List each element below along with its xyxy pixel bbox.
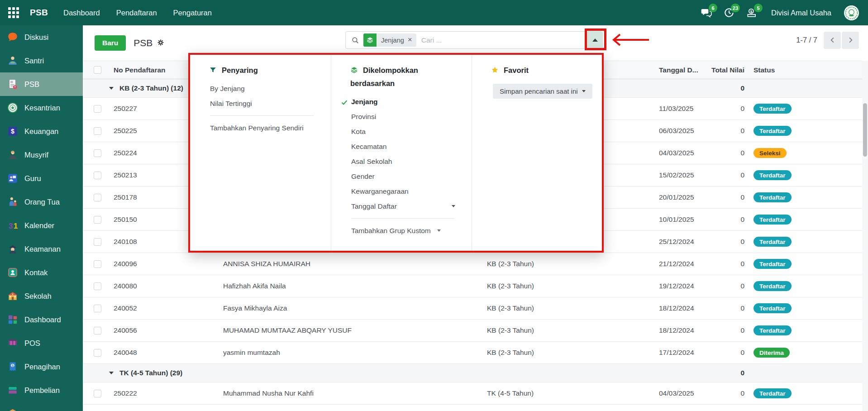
sidebar-item[interactable]: Stok Persediaan xyxy=(0,402,83,411)
select-all-checkbox[interactable] xyxy=(94,66,101,74)
filter-option[interactable]: Nilai Tertinggi xyxy=(210,96,323,111)
add-custom-group[interactable]: Tambahkan Grup Kustom xyxy=(351,223,463,238)
avatar[interactable] xyxy=(844,5,859,20)
scrollbar[interactable] xyxy=(862,61,868,411)
payments-icon[interactable]: $ 5 xyxy=(746,7,758,19)
sidebar-item[interactable]: Orang Tua xyxy=(0,190,83,214)
groupby-option[interactable]: Provinsi xyxy=(351,109,463,124)
nav-menu-item[interactable]: Pengaturan xyxy=(173,9,212,17)
cell-no-pendaftaran: 240052 xyxy=(108,304,217,312)
row-checkbox[interactable] xyxy=(94,216,101,224)
pos-icon xyxy=(7,337,19,349)
settings-gear-icon[interactable] xyxy=(157,38,166,48)
table-row[interactable]: 240048 yasmin mumtazah KB (2-3 Tahun) 17… xyxy=(83,342,868,364)
sidebar-item[interactable]: Guru xyxy=(0,167,83,190)
sidebar-item[interactable]: Musyrif xyxy=(0,143,83,167)
sidebar-item[interactable]: Sekolah xyxy=(0,284,83,308)
sidebar-item-label: Pembelian xyxy=(24,386,60,395)
filter-option[interactable]: By Jenjang xyxy=(210,81,323,96)
app-title[interactable]: PSB xyxy=(30,8,48,18)
apps-grid-icon[interactable] xyxy=(8,7,19,18)
row-checkbox[interactable] xyxy=(94,172,101,179)
sidebar-item[interactable]: 31 Kalender xyxy=(0,214,83,237)
pager-next-button[interactable] xyxy=(842,32,859,49)
new-record-button[interactable]: Baru xyxy=(95,35,126,51)
sidebar-item[interactable]: $ Penagihan xyxy=(0,355,83,378)
add-custom-filter[interactable]: Tambahkan Penyaring Sendiri xyxy=(210,120,323,135)
row-checkbox[interactable] xyxy=(94,282,101,290)
save-current-search-button[interactable]: Simpan pencarian saat ini xyxy=(493,84,592,99)
sidebar-item[interactable]: Santri xyxy=(0,49,83,72)
scrollbar-thumb[interactable] xyxy=(863,103,867,157)
row-checkbox[interactable] xyxy=(94,390,101,397)
table-row[interactable]: 240080 Hafizhah Akifa Naila KB (2-3 Tahu… xyxy=(83,275,868,297)
sidebar-item[interactable]: Keamanan xyxy=(0,237,83,261)
sidebar-item-label: Penagihan xyxy=(24,363,60,371)
table-row[interactable]: 250222 Muhammad Nusha Nur Kahfi TK (4-5 … xyxy=(83,382,868,405)
row-checkbox[interactable] xyxy=(94,305,101,312)
sidebar-item-label: Kesantrian xyxy=(24,104,60,112)
groupby-option[interactable]: Gender xyxy=(351,169,463,184)
groupby-option[interactable]: Tanggal Daftar xyxy=(351,199,463,214)
svg-text:1: 1 xyxy=(14,221,18,230)
nav-menu-item[interactable]: Pendaftaran xyxy=(116,9,157,17)
search-bar[interactable]: Jenjang × xyxy=(345,31,603,49)
collapse-caret-icon[interactable] xyxy=(109,372,114,374)
chevron-down-icon xyxy=(452,205,455,207)
sidebar-item[interactable]: POS xyxy=(0,331,83,355)
row-checkbox[interactable] xyxy=(94,105,101,113)
row-checkbox[interactable] xyxy=(94,127,101,135)
row-checkbox[interactable] xyxy=(94,327,101,335)
row-checkbox[interactable] xyxy=(94,194,101,201)
stok-icon xyxy=(7,408,19,411)
sidebar-item[interactable]: Kontak xyxy=(0,261,83,284)
sidebar-item[interactable]: Kesantrian xyxy=(0,96,83,119)
status-badge: Terdaftar xyxy=(754,237,792,247)
psb-icon xyxy=(7,78,19,90)
filter-funnel-icon xyxy=(209,65,217,72)
column-header-tanggal[interactable]: Tanggal D... xyxy=(654,66,702,74)
column-header-status[interactable]: Status xyxy=(749,66,868,74)
sidebar-item[interactable]: Diskusi xyxy=(0,25,83,49)
status-badge: Terdaftar xyxy=(754,215,792,225)
collapse-caret-icon[interactable] xyxy=(109,87,114,90)
facet-remove-icon[interactable]: × xyxy=(407,35,416,45)
row-checkbox[interactable] xyxy=(94,238,101,246)
table-row[interactable]: 240056 MUHAMAD MUMTAAZ ABQARY YUSUF KB (… xyxy=(83,320,868,342)
top-navbar: PSB DashboardPendaftaranPengaturan 6 23 … xyxy=(0,0,868,25)
row-checkbox[interactable] xyxy=(94,260,101,268)
groupby-header: Dikelompokkan berdasarkan xyxy=(350,64,463,90)
cell-nama: Fasya Mikhayla Aiza xyxy=(217,304,487,312)
sidebar-item-label: Sekolah xyxy=(24,292,52,301)
nav-menu-item[interactable]: Dashboard xyxy=(63,9,100,17)
pager-range: 1-7 / 7 xyxy=(796,36,817,44)
groupby-option[interactable]: Kota xyxy=(351,124,463,139)
row-checkbox[interactable] xyxy=(94,149,101,157)
activities-clock-icon[interactable]: 23 xyxy=(723,7,735,19)
groupby-option[interactable]: Asal Sekolah xyxy=(351,154,463,169)
search-input[interactable] xyxy=(421,36,587,44)
cell-no-pendaftaran: 240048 xyxy=(108,349,217,357)
column-header-total-nilai[interactable]: Total Nilai xyxy=(702,66,749,74)
cell-tanggal: 15/02/2025 xyxy=(654,171,702,179)
chevron-down-icon xyxy=(437,229,441,232)
groupby-option[interactable]: Kewarganegaraan xyxy=(351,184,463,199)
row-checkbox[interactable] xyxy=(94,349,101,357)
sidebar-item[interactable]: $ Keuangan xyxy=(0,119,83,143)
table-row[interactable]: 240096 ANNISA SHIZA HUMAIRAH KB (2-3 Tah… xyxy=(83,253,868,275)
groupby-option[interactable]: Kecamatan xyxy=(351,139,463,154)
sidebar-item[interactable]: Dashboard xyxy=(0,308,83,331)
payments-badge: 5 xyxy=(754,4,763,12)
group-row[interactable]: TK (4-5 Tahun) (29) 0 xyxy=(83,364,868,382)
chevron-down-icon xyxy=(582,90,586,92)
group-total: 0 xyxy=(702,84,749,92)
messages-icon[interactable]: 6 xyxy=(701,7,712,19)
pager-previous-button[interactable] xyxy=(824,32,841,49)
sidebar-item[interactable]: Pembelian xyxy=(0,378,83,402)
sidebar-item-label: Dashboard xyxy=(24,315,61,324)
cell-nama: Hafizhah Akifa Naila xyxy=(217,282,487,290)
sidebar-item[interactable]: PSB xyxy=(0,72,83,96)
table-row[interactable]: 240052 Fasya Mikhayla Aiza KB (2-3 Tahun… xyxy=(83,297,868,320)
groupby-option[interactable]: Jenjang xyxy=(351,94,463,109)
user-name[interactable]: Divisi Amal Usaha xyxy=(771,9,831,17)
